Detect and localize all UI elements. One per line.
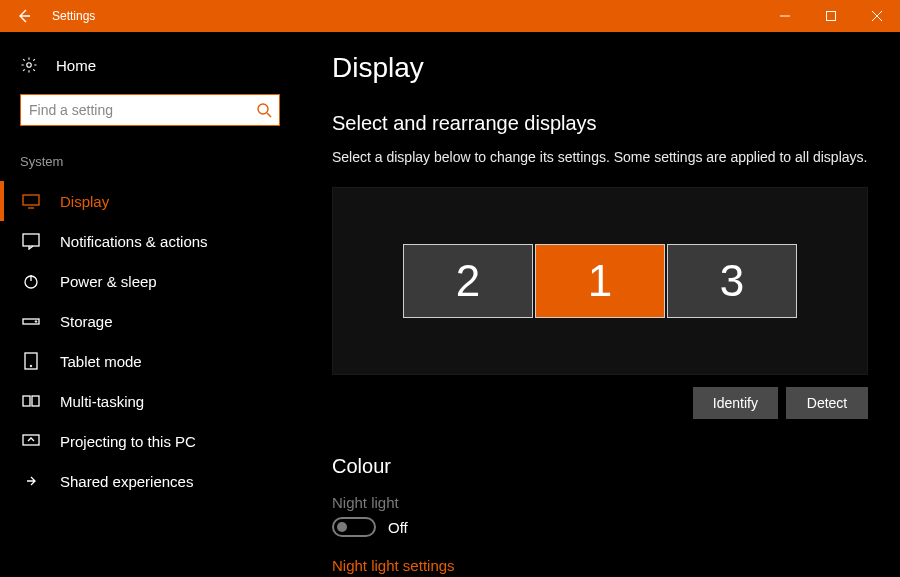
svg-rect-4 — [23, 234, 39, 246]
sidebar-item-label: Power & sleep — [60, 273, 157, 290]
display-id: 1 — [588, 256, 612, 306]
sidebar-item-shared[interactable]: Shared experiences — [0, 461, 300, 501]
multitasking-icon — [22, 392, 40, 410]
close-icon — [872, 11, 882, 21]
minimize-button[interactable] — [762, 0, 808, 32]
maximize-icon — [826, 11, 836, 21]
home-label: Home — [56, 57, 96, 74]
display-box-2[interactable]: 2 — [403, 244, 533, 318]
night-light-toggle-row: Off — [332, 517, 868, 537]
storage-icon — [22, 312, 40, 330]
display-box-3[interactable]: 3 — [667, 244, 797, 318]
sidebar-item-storage[interactable]: Storage — [0, 301, 300, 341]
window-title: Settings — [52, 9, 95, 23]
page-heading: Display — [332, 52, 868, 84]
sidebar-item-label: Projecting to this PC — [60, 433, 196, 450]
gear-icon — [20, 56, 38, 74]
display-id: 3 — [720, 256, 744, 306]
svg-point-9 — [30, 365, 32, 367]
search-wrap — [20, 94, 280, 126]
svg-point-1 — [27, 63, 32, 68]
sidebar-item-multitasking[interactable]: Multi-tasking — [0, 381, 300, 421]
shared-icon — [22, 472, 40, 490]
sidebar-item-display[interactable]: Display — [0, 181, 300, 221]
projecting-icon — [22, 432, 40, 450]
sidebar-item-label: Shared experiences — [60, 473, 193, 490]
svg-rect-0 — [827, 12, 836, 21]
night-light-toggle[interactable] — [332, 517, 376, 537]
colour-heading: Colour — [332, 455, 868, 478]
toggle-state: Off — [388, 519, 408, 536]
section-description: Select a display below to change its set… — [332, 149, 868, 165]
section-heading: Select and rearrange displays — [332, 112, 868, 135]
main-content: Display Select and rearrange displays Se… — [300, 32, 900, 577]
close-button[interactable] — [854, 0, 900, 32]
sidebar-item-label: Tablet mode — [60, 353, 142, 370]
display-icon — [22, 192, 40, 210]
svg-point-2 — [258, 104, 268, 114]
sidebar-item-label: Display — [60, 193, 109, 210]
maximize-button[interactable] — [808, 0, 854, 32]
sidebar-item-notifications[interactable]: Notifications & actions — [0, 221, 300, 261]
minimize-icon — [780, 11, 790, 21]
identify-button[interactable]: Identify — [693, 387, 778, 419]
toggle-knob — [337, 522, 347, 532]
search-icon — [256, 102, 272, 118]
sidebar-item-label: Storage — [60, 313, 113, 330]
colour-section: Colour Night light Off Night light setti… — [332, 455, 868, 574]
display-arrangement[interactable]: 2 1 3 — [332, 187, 868, 375]
night-light-settings-link[interactable]: Night light settings — [332, 557, 868, 574]
sidebar-item-projecting[interactable]: Projecting to this PC — [0, 421, 300, 461]
detect-button[interactable]: Detect — [786, 387, 868, 419]
sidebar: Home System Display Notifications & acti… — [0, 32, 300, 577]
display-box-1[interactable]: 1 — [535, 244, 665, 318]
power-icon — [22, 272, 40, 290]
svg-rect-12 — [23, 435, 39, 445]
display-actions: Identify Detect — [332, 387, 868, 419]
sidebar-item-power[interactable]: Power & sleep — [0, 261, 300, 301]
sidebar-item-label: Multi-tasking — [60, 393, 144, 410]
svg-rect-3 — [23, 195, 39, 205]
home-button[interactable]: Home — [0, 56, 300, 94]
nav-list: Display Notifications & actions Power & … — [0, 181, 300, 501]
display-id: 2 — [456, 256, 480, 306]
search-input[interactable] — [20, 94, 280, 126]
arrow-left-icon — [16, 8, 32, 24]
notifications-icon — [22, 232, 40, 250]
window-controls — [762, 0, 900, 32]
tablet-icon — [22, 352, 40, 370]
night-light-label: Night light — [332, 494, 868, 511]
titlebar: Settings — [0, 0, 900, 32]
svg-point-7 — [35, 321, 37, 323]
back-button[interactable] — [0, 0, 48, 32]
svg-rect-11 — [32, 396, 39, 406]
section-label: System — [0, 150, 300, 181]
svg-rect-10 — [23, 396, 30, 406]
sidebar-item-label: Notifications & actions — [60, 233, 208, 250]
sidebar-item-tablet[interactable]: Tablet mode — [0, 341, 300, 381]
